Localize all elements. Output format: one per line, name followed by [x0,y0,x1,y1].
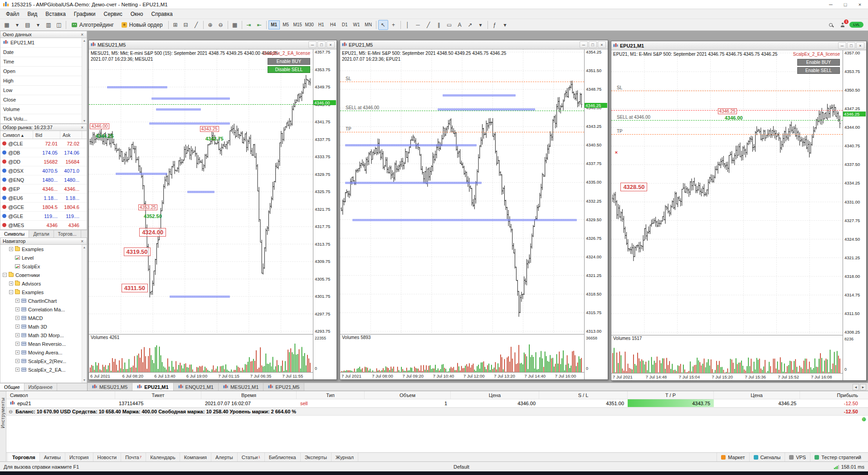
data-window-row-Open[interactable]: Open [0,67,87,76]
navigator-item-Advisors[interactable]: +Advisors [0,279,87,288]
scroll-left-icon[interactable]: ◂ [853,384,859,390]
tab-Символы[interactable]: Символы [0,230,29,238]
timeframe-H4[interactable]: H4 [327,20,339,29]
tab-Торгов-[interactable]: Торгов... [54,230,81,238]
toolbox-tab-Торговля[interactable]: Торговля [8,453,40,462]
price-pane[interactable]: SLSELL at 4346.00TP4328.504346.254346.00… [611,50,843,335]
chart-minimize-button[interactable]: ─ [838,42,846,49]
window-close-button[interactable]: × [853,0,867,9]
profiles-icon[interactable]: ▤ [23,20,33,30]
vertical-line-icon[interactable]: │ [403,20,413,30]
column-header-Ask[interactable]: Ask [60,131,82,139]
scroll-right-icon[interactable]: ▸ [860,384,866,390]
toolbox-vertical-label[interactable]: Инструменты [0,397,5,428]
volume-pane[interactable]: Volumes 5893 [340,334,584,372]
chart-plot[interactable]: SLSELL at 4346.00TPEPU21, M5: E-Mini S&P… [340,49,584,379]
navigator-item-ScalpEx[interactable]: ScalpEx [0,262,87,271]
column-header-Тикет[interactable]: Тикет [115,391,201,399]
tree-expand-icon[interactable]: + [15,359,20,363]
chart-titlebar[interactable]: EPU21,M5─□× [340,40,608,49]
toolbox-button-Сигналы[interactable]: Сигналы [749,453,785,462]
navigator-item-Moving-Avera-[interactable]: +Moving Avera... [0,348,87,357]
channel-icon[interactable]: ∥ [434,20,444,30]
tile-horizontal-icon[interactable]: ⊟ [181,20,191,30]
column-header-Тип[interactable]: Тип [297,391,365,399]
tree-expand-icon[interactable]: + [15,342,20,346]
enable-sell-button[interactable]: Disable SELL [268,66,310,73]
close-icon[interactable]: × [80,239,84,244]
crosshair-icon[interactable]: + [389,20,399,30]
market-watch-row-@ENQ[interactable]: @ENQ1480...1480... [0,175,87,184]
chart-tab-MESU21,M1[interactable]: MESU21,M1 [219,383,263,391]
timeframe-M15[interactable]: M15 [292,20,303,29]
volume-pane[interactable]: Volumes 4261 [89,334,313,372]
menu-item-Сервис[interactable]: Сервис [100,10,127,19]
account-icon[interactable]: 1 [838,20,848,30]
data-window-row-TickVolu[interactable]: Tick Volu... [0,114,87,124]
price-pane[interactable]: 4346.004344.254343.254343.754353.254352.… [89,49,313,334]
chart-titlebar[interactable]: MESU21,M5─□× [89,40,336,49]
chart-shift-icon[interactable]: ⇤ [254,20,264,30]
windows-taskbar[interactable] [0,471,868,475]
indicators-dropdown-icon[interactable]: ▾ [500,20,510,30]
position-row[interactable]: epu211371144752021.07.07 16:02:07sell143… [6,399,868,407]
search-icon[interactable] [826,20,836,30]
time-axis[interactable]: 7 Jul 20217 Jul 08:007 Jul 09:207 Jul 10… [340,372,584,379]
tree-expand-icon[interactable]: + [15,307,20,311]
data-window-symbol-row[interactable]: EPU21,M1 [0,38,87,48]
toolbox-tab-Алерты[interactable]: Алерты [211,453,238,462]
data-window-row-Time[interactable]: Time [0,57,87,67]
shapes-icon[interactable]: ▭ [444,20,454,30]
menu-item-Файл[interactable]: Файл [2,10,24,19]
auto-scroll-icon[interactable]: ⇥ [244,20,254,30]
zoom-in-icon[interactable]: ⊕ [205,20,215,30]
navigator-item--[interactable]: −Советники [0,271,87,279]
scroll-up-icon[interactable]: ▲ [83,246,86,249]
menu-item-Справка[interactable]: Справка [147,10,177,19]
close-icon[interactable]: × [80,32,84,37]
account-summary-row[interactable]: ⊖ Баланс: 10 670.90 USD Средства: 10 658… [6,407,868,416]
data-window-row-Low[interactable]: Low [0,86,87,95]
navigator-item-Level[interactable]: Level [0,253,87,262]
navigator-item-ScalpEx_2-Rev-[interactable]: +ScalpEx_2(Rev... [0,357,87,365]
column-header-Символ[interactable]: Символ ▴ [0,131,33,139]
menu-item-Вставка[interactable]: Вставка [41,10,70,19]
chart-minimize-button[interactable]: ─ [580,41,588,48]
tab-Детали[interactable]: Детали [29,230,54,238]
lvl-toggle[interactable]: LVL [849,22,863,28]
arrow-object-icon[interactable]: ↗ [465,20,475,30]
toolbox-tab-Календарь[interactable]: Календарь [146,453,180,462]
chart-close-button[interactable]: × [327,41,335,48]
navigator-item-Math-3D-Morp-[interactable]: +Math 3D Morp... [0,331,87,339]
column-header-Время[interactable]: Время [201,391,297,399]
navigator-item-MACD[interactable]: +MACD [0,314,87,322]
price-axis[interactable]: 4357.004353.754350.504347.254344.004340.… [843,50,866,380]
navigator-item-Math-3D[interactable]: +Math 3D [0,322,87,331]
column-header-Bid[interactable]: Bid [33,131,60,139]
tab-Избранное[interactable]: Избранное [24,383,57,391]
trendline-icon[interactable]: ╱ [424,20,434,30]
enable-buy-button[interactable]: Enable BUY [268,58,310,65]
scroll-up-icon[interactable]: ▲ [83,39,86,42]
chart-close-button[interactable]: × [598,41,606,48]
chart-restore-button[interactable]: □ [589,41,597,48]
data-window-scrollbar[interactable]: ▲▼ [82,38,87,123]
chart-tab-MESU21,M5[interactable]: MESU21,M5 [88,383,132,391]
market-watch-row-@DB[interactable]: @DB174.05174.06 [0,148,87,157]
navigator-item-Mean-Reversio-[interactable]: +Mean Reversio... [0,339,87,348]
tree-expand-icon[interactable]: + [15,299,20,303]
toolbox-tab-Новости[interactable]: Новости [93,453,122,462]
tree-expand-icon[interactable]: + [15,350,20,354]
column-header-Цена[interactable]: Цена [714,391,800,399]
column-header-Цена[interactable]: Цена [451,391,539,399]
price-axis[interactable]: 4354.254351.504348.754346.004343.254340.… [584,49,608,379]
column-header-TP[interactable]: T / P [628,391,714,399]
toolbox-button-Маркет[interactable]: Маркет [717,453,749,462]
column-header-Символ[interactable]: Символ [6,391,115,399]
new-chart-dropdown-icon[interactable]: ▾ [12,20,22,30]
tree-expand-icon[interactable]: + [15,325,20,329]
tile-windows-icon[interactable]: ⊞ [171,20,180,30]
navigator-item-ScalpEx_2_EA-[interactable]: +ScalpEx_2_EA... [0,365,87,374]
time-axis[interactable]: 6 Jul 20216 Jul 08:206 Jul 13:406 Jul 19… [89,372,313,379]
timeframe-H1[interactable]: H1 [316,20,327,29]
